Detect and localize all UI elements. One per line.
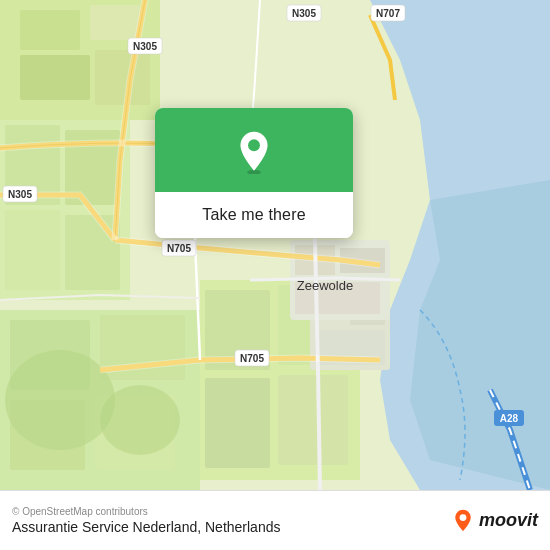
- svg-rect-6: [20, 55, 90, 100]
- svg-rect-22: [278, 375, 348, 465]
- moovit-logo: moovit: [451, 509, 538, 533]
- svg-rect-12: [65, 215, 120, 290]
- bottom-bar-text: © OpenStreetMap contributors Assurantie …: [12, 506, 451, 535]
- bottom-bar: © OpenStreetMap contributors Assurantie …: [0, 490, 550, 550]
- map-svg: N705 N305 N305 N305 N707 N705 N705 A28 Z…: [0, 0, 550, 490]
- svg-text:N305: N305: [292, 8, 316, 19]
- svg-rect-21: [205, 378, 270, 468]
- svg-text:N707: N707: [376, 8, 400, 19]
- svg-text:Zeewolde: Zeewolde: [297, 278, 353, 293]
- svg-point-52: [460, 514, 467, 521]
- take-me-there-button[interactable]: Take me there: [155, 192, 353, 238]
- svg-text:N305: N305: [8, 189, 32, 200]
- svg-point-51: [248, 139, 260, 151]
- svg-rect-5: [90, 5, 140, 40]
- svg-text:N705: N705: [240, 353, 264, 364]
- svg-rect-4: [20, 10, 80, 50]
- svg-rect-11: [5, 210, 60, 290]
- svg-text:N305: N305: [133, 41, 157, 52]
- svg-point-24: [100, 385, 180, 455]
- svg-rect-7: [95, 50, 150, 105]
- popup-green-header: [155, 108, 353, 192]
- moovit-brand-text: moovit: [479, 510, 538, 531]
- moovit-pin-icon: [451, 509, 475, 533]
- svg-text:N705: N705: [167, 243, 191, 254]
- location-pin-icon: [232, 130, 276, 174]
- svg-text:A28: A28: [500, 413, 519, 424]
- map-container: N705 N305 N305 N305 N707 N705 N705 A28 Z…: [0, 0, 550, 490]
- copyright-text: © OpenStreetMap contributors: [12, 506, 451, 517]
- location-name: Assurantie Service Nederland, Netherland…: [12, 519, 451, 535]
- svg-point-23: [5, 350, 115, 450]
- popup-card: Take me there: [155, 108, 353, 238]
